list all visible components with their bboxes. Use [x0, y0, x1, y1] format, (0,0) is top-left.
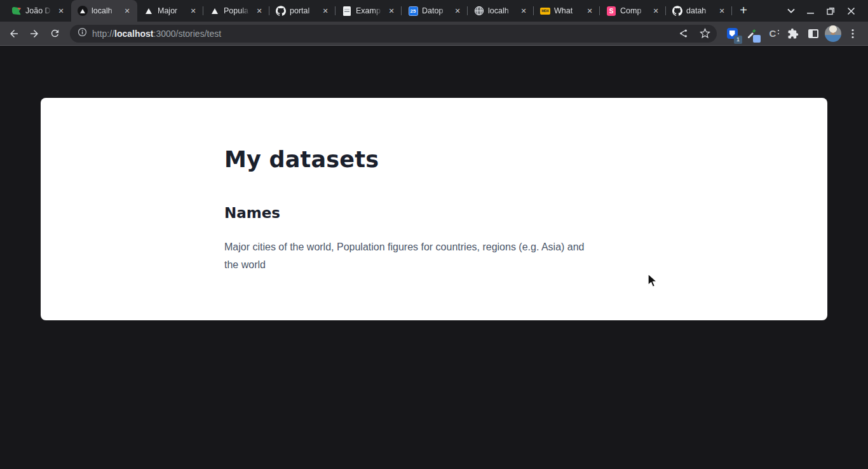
triangle-icon: [210, 6, 220, 16]
reload-button[interactable]: [46, 25, 64, 43]
tab-close-button[interactable]: ✕: [585, 6, 595, 16]
tab-title: Examp: [356, 6, 383, 15]
tab-title: Major: [158, 6, 184, 15]
tab-title: What: [554, 6, 581, 15]
tab-strip: João D ✕ localh ✕ Major ✕ Popula ✕ porta…: [0, 0, 868, 22]
page-viewport: My datasets Names Major cities of the wo…: [0, 46, 868, 468]
restore-button[interactable]: [827, 7, 835, 15]
url-bar[interactable]: http://localhost:3000/stories/test: [70, 25, 717, 43]
bookmark-star-icon[interactable]: [696, 25, 713, 42]
tab-close-button[interactable]: ✕: [651, 6, 661, 16]
minimize-button[interactable]: [807, 7, 815, 15]
tab-title: localh: [92, 6, 118, 15]
dataset-description: Major cities of the world, Population fi…: [224, 238, 644, 274]
colorpick-extension-icon[interactable]: C: [764, 25, 782, 43]
tab-close-button[interactable]: ✕: [188, 6, 198, 16]
green-notification-icon: [11, 6, 22, 16]
tab-what-is-mdx[interactable]: MDX What ✕: [534, 0, 600, 22]
triangle-icon: [144, 6, 154, 16]
tab-datahub[interactable]: datah ✕: [666, 0, 732, 22]
calendar-icon: 25: [408, 6, 418, 16]
tab-popula[interactable]: Popula ✕: [203, 0, 269, 22]
tab-title: Popula: [224, 6, 250, 15]
tab-localhost-2[interactable]: localh ✕: [468, 0, 534, 22]
globe-icon: [474, 6, 484, 16]
bitwarden-badge: 1: [734, 36, 742, 44]
storybook-icon: S: [606, 6, 616, 16]
colorzilla-eyedropper-icon[interactable]: [743, 25, 761, 43]
tab-example[interactable]: Examp ✕: [336, 0, 402, 22]
new-tab-button[interactable]: +: [735, 2, 752, 20]
extensions-puzzle-icon[interactable]: [784, 25, 802, 43]
document-icon: [342, 6, 352, 16]
side-panel-button[interactable]: [804, 25, 822, 43]
tab-title: portal: [290, 6, 316, 15]
tab-list-chevron-icon[interactable]: [787, 8, 795, 13]
back-button[interactable]: [5, 25, 23, 43]
tab-localhost-active[interactable]: localh ✕: [71, 0, 137, 22]
tab-close-button[interactable]: ✕: [56, 6, 66, 16]
tab-datopian[interactable]: 25 Datop ✕: [402, 0, 468, 22]
tab-close-button[interactable]: ✕: [254, 6, 264, 16]
menu-kebab-icon[interactable]: [844, 25, 862, 43]
tab-close-button[interactable]: ✕: [452, 6, 463, 16]
tab-close-button[interactable]: ✕: [122, 6, 132, 16]
window-controls: [787, 0, 868, 22]
url-scheme: http://: [92, 29, 114, 39]
tab-close-button[interactable]: ✕: [519, 6, 529, 16]
tab-title: localh: [488, 6, 515, 15]
tab-joao[interactable]: João D ✕: [5, 0, 71, 22]
tab-title: Comp: [620, 6, 647, 15]
bitwarden-extension-icon[interactable]: 1: [723, 25, 741, 43]
tab-title: datah: [686, 6, 713, 15]
github-icon: [672, 6, 682, 16]
share-icon[interactable]: [675, 25, 691, 42]
site-info-icon[interactable]: [78, 27, 87, 39]
url-text: http://localhost:3000/stories/test: [92, 29, 670, 39]
tab-component-storybook[interactable]: S Comp ✕: [600, 0, 666, 22]
mdx-icon: MDX: [540, 6, 550, 16]
browser-window: João D ✕ localh ✕ Major ✕ Popula ✕ porta…: [0, 0, 868, 468]
profile-avatar[interactable]: [825, 25, 841, 42]
forward-button[interactable]: [25, 25, 43, 43]
browser-toolbar: http://localhost:3000/stories/test 1 C: [0, 22, 868, 46]
github-icon: [276, 6, 286, 16]
tab-title: João D: [25, 6, 52, 15]
vercel-circle-icon: [78, 6, 88, 16]
tab-portal[interactable]: portal ✕: [269, 0, 336, 22]
tab-close-button[interactable]: ✕: [717, 6, 727, 16]
page-title: My datasets: [224, 145, 644, 174]
tab-title: Datop: [422, 6, 449, 15]
section-heading: Names: [224, 203, 644, 222]
close-window-button[interactable]: [847, 7, 855, 15]
tab-close-button[interactable]: ✕: [320, 6, 330, 16]
url-host: localhost: [114, 29, 153, 39]
tab-major[interactable]: Major ✕: [137, 0, 203, 22]
content-card: My datasets Names Major cities of the wo…: [41, 98, 827, 320]
tab-close-button[interactable]: ✕: [386, 6, 397, 16]
url-path: :3000/stories/test: [154, 29, 222, 39]
